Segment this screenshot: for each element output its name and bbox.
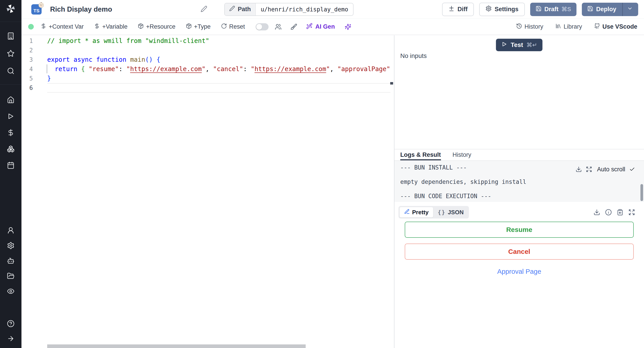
- path-value[interactable]: u/henri/rich_display_demo: [256, 3, 353, 16]
- typescript-badge: TS: [31, 4, 42, 14]
- wand-icon: [306, 23, 312, 31]
- multiplayer-toggle[interactable]: [256, 23, 268, 30]
- sidebar: [0, 0, 22, 348]
- download-result-icon[interactable]: [594, 209, 600, 216]
- log-line: [400, 186, 644, 192]
- format-brush-icon[interactable]: [290, 24, 297, 30]
- horizontal-scrollbar[interactable]: [47, 344, 306, 348]
- sidebar-eye-icon[interactable]: [7, 288, 14, 295]
- toolbar-item--context-var[interactable]: +Context Var: [40, 23, 84, 31]
- draft-shortcut: ⌘S: [562, 6, 571, 13]
- approval-page-link[interactable]: Approval Page: [394, 268, 644, 275]
- package-icon: [186, 23, 192, 31]
- ai-gen-button[interactable]: AI Gen: [306, 23, 335, 31]
- sidebar-home-icon[interactable]: [7, 96, 14, 104]
- diff-label: Diff: [458, 6, 468, 13]
- sidebar-divider: [0, 22, 22, 22]
- github-icon: [594, 23, 600, 31]
- history-icon: [516, 23, 522, 31]
- save-icon: [587, 6, 593, 13]
- line-number: 4: [22, 64, 47, 74]
- sidebar-settings-icon[interactable]: [7, 242, 14, 249]
- expand-logs-icon[interactable]: [586, 166, 592, 172]
- code-editor[interactable]: 123456 // import * as wmill from "windmi…: [22, 35, 394, 348]
- sidebar-boxes-icon[interactable]: [7, 145, 14, 153]
- sidebar-help-circle-icon[interactable]: [7, 320, 14, 328]
- logs-panel[interactable]: --- BUN INSTALL --- empty dependencies, …: [394, 161, 644, 202]
- header-actions: Diff Settings Draft ⌘S Deploy: [442, 3, 638, 16]
- header: TS Rich Display demo Path u/henri/rich_d…: [22, 0, 644, 19]
- sidebar-bot-icon[interactable]: [7, 257, 14, 264]
- chevron-down-icon[interactable]: [627, 6, 633, 13]
- toolbar-item-use-vscode[interactable]: Use VScode: [594, 23, 637, 31]
- status-dot: [28, 24, 34, 30]
- sidebar-arrow-right-icon[interactable]: [7, 335, 14, 342]
- logs-scrollbar[interactable]: [640, 184, 643, 201]
- path-field[interactable]: Path u/henri/rich_display_demo: [224, 3, 354, 16]
- sidebar-star-icon[interactable]: [7, 50, 14, 57]
- check-icon[interactable]: [629, 166, 635, 172]
- settings-label: Settings: [495, 6, 518, 13]
- diff-button[interactable]: Diff: [442, 3, 474, 16]
- result-view-pretty[interactable]: Pretty: [399, 207, 433, 218]
- test-label: Test: [511, 42, 523, 48]
- test-shortcut: ⌘↵: [526, 42, 537, 48]
- line-number: 6: [22, 83, 47, 92]
- code-line[interactable]: return { "resume": "https://example.com"…: [47, 64, 390, 74]
- braces-icon: {}: [438, 209, 446, 216]
- tab-logs-result[interactable]: Logs & Result: [400, 150, 441, 160]
- dollar-icon: [94, 23, 100, 31]
- toolbar-item--type[interactable]: +Type: [186, 23, 211, 31]
- resume-button[interactable]: Resume: [405, 222, 634, 238]
- toolbar-item-library[interactable]: Library: [555, 23, 582, 31]
- sidebar-group-top: [0, 32, 22, 75]
- code-line[interactable]: [47, 46, 390, 55]
- toolbar-item-history[interactable]: History: [516, 23, 543, 31]
- result-view-json[interactable]: {}JSON: [433, 207, 468, 218]
- deploy-split-divider: [622, 3, 623, 16]
- expand-result-icon[interactable]: [628, 209, 635, 216]
- page-title: Rich Display demo: [50, 5, 112, 14]
- save-icon: [536, 6, 542, 13]
- auto-scroll-label[interactable]: Auto scroll: [597, 166, 625, 173]
- sidebar-calendar-icon[interactable]: [7, 162, 14, 169]
- settings-button[interactable]: Settings: [479, 3, 525, 16]
- toolbar-item-reset[interactable]: Reset: [221, 23, 245, 31]
- toolbar-item--resource[interactable]: +Resource: [138, 23, 175, 31]
- dollar-icon: [40, 23, 46, 31]
- sparkles-icon[interactable]: [344, 24, 351, 30]
- edit-summary-pencil-icon[interactable]: [200, 6, 208, 13]
- copy-to-clipboard-icon[interactable]: [617, 209, 624, 216]
- sidebar-folder-open-icon[interactable]: [7, 272, 14, 280]
- code-line[interactable]: // import * as wmill from "windmill-clie…: [47, 36, 390, 46]
- tab-history[interactable]: History: [452, 150, 471, 160]
- multiplayer-users-icon[interactable]: [275, 24, 282, 30]
- draft-button[interactable]: Draft ⌘S: [530, 3, 576, 16]
- info-icon[interactable]: [605, 209, 612, 216]
- download-logs-icon[interactable]: [576, 166, 582, 172]
- windmill-logo-icon[interactable]: [0, 4, 22, 14]
- editor-gutter: 123456: [22, 36, 47, 92]
- code-line[interactable]: export async function main() {: [47, 55, 390, 64]
- sidebar-dollar-icon[interactable]: [7, 129, 14, 136]
- draft-label: Draft: [544, 6, 558, 13]
- sidebar-building-icon[interactable]: [7, 32, 14, 40]
- test-button[interactable]: Test ⌘↵: [496, 39, 542, 51]
- rotate-icon: [221, 23, 227, 31]
- sidebar-user-icon[interactable]: [7, 226, 14, 234]
- editor-code-area[interactable]: // import * as wmill from "windmill-clie…: [47, 36, 390, 92]
- pencil-icon: [229, 6, 235, 13]
- code-line[interactable]: [47, 83, 390, 92]
- diff-icon: [448, 5, 454, 13]
- line-number: 1: [22, 36, 47, 46]
- sidebar-search-icon[interactable]: [7, 67, 14, 75]
- toolbar-item--variable[interactable]: +Variable: [94, 23, 128, 31]
- cancel-button[interactable]: Cancel: [405, 244, 634, 260]
- result-section: Pretty{}JSON Resume Cancel Approval Page: [394, 202, 644, 348]
- path-label: Path: [238, 6, 251, 13]
- sidebar-play-icon[interactable]: [7, 112, 14, 120]
- ai-gen-label: AI Gen: [315, 23, 335, 30]
- deploy-button[interactable]: Deploy: [582, 3, 638, 16]
- code-line[interactable]: }: [47, 74, 390, 83]
- workspace-emoji-icon: [38, 2, 44, 8]
